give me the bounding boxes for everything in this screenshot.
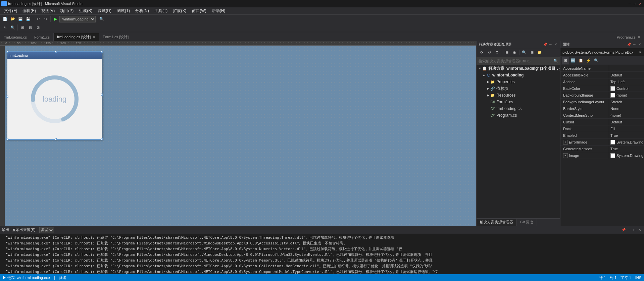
start-debug-btn[interactable]: ▶ (52, 15, 59, 23)
props-object-selector[interactable]: picBox System.Windows.Forms.PictureBox ▼ (560, 48, 644, 56)
props-row-image[interactable]: + Image System.Drawing.Bitmap (560, 152, 644, 159)
menu-edit[interactable]: 编辑(E) (20, 7, 39, 14)
resize-handle-se[interactable] (101, 138, 103, 140)
close-btn[interactable]: ✕ (638, 1, 643, 6)
props-row-generatemember[interactable]: GenerateMember True (560, 146, 644, 152)
output-pin-btn[interactable]: 📌 (621, 228, 626, 232)
props-alpha-btn[interactable]: 🔤 (569, 57, 577, 64)
resize-handle-nw[interactable] (6, 51, 8, 53)
resize-handle-top[interactable] (55, 51, 57, 53)
tree-solution[interactable]: ▼ 📋 解决方案 'winformLoading' (1个项目，共1个) (477, 65, 560, 72)
tree-arrow-solution[interactable]: ▼ (478, 66, 482, 70)
save-btn[interactable]: 💾 (17, 15, 24, 23)
tab-form1-cs[interactable]: Form1.cs (31, 33, 53, 41)
tree-project[interactable]: ▲ ⬡ winformLoading (477, 72, 560, 78)
debug-target-select[interactable]: winformLoading (59, 16, 96, 22)
menu-tools[interactable]: 工具(T) (152, 7, 170, 14)
refresh-btn[interactable]: ↺ (486, 49, 493, 56)
search-btn[interactable]: 🔍 (98, 15, 105, 23)
open-btn[interactable]: 📂 (9, 15, 16, 23)
maximize-btn[interactable]: □ (633, 1, 637, 6)
minimize-btn[interactable]: ─ (627, 1, 632, 6)
redo-btn[interactable]: ↪ (42, 15, 49, 23)
tab-close-icon[interactable]: ✕ (93, 35, 95, 39)
output-source-select[interactable]: 调试 (39, 227, 54, 233)
expand-image[interactable]: + (563, 153, 568, 158)
new-project-btn[interactable]: 📄 (1, 15, 9, 23)
tree-dependencies[interactable]: ▶ 🔗 依赖项 (477, 85, 560, 92)
props-pin-btn[interactable]: 📌 (627, 42, 631, 47)
filter-btn[interactable]: 🔍 (521, 49, 528, 56)
tree-arrow-deps[interactable]: ▶ (486, 87, 490, 91)
open-folder-btn[interactable]: 📁 (536, 49, 543, 56)
props-btn-toolbar[interactable]: ⊞ (528, 49, 536, 56)
menu-extensions[interactable]: 扩展(X) (170, 7, 189, 14)
tree-arrow-resources[interactable]: ▶ (486, 93, 490, 97)
props-row-errorimage[interactable]: + ErrorImage System.Drawing.Bitmap (560, 139, 644, 146)
output-maximize-btn[interactable]: □ (632, 228, 637, 232)
tab-close-program[interactable]: ✕ (638, 35, 640, 39)
props-show-events-btn[interactable]: ⚡ (585, 57, 592, 64)
menu-view[interactable]: 视图(V) (39, 7, 57, 14)
tree-resources[interactable]: ▶ 📁 Resources (477, 92, 560, 99)
tree-program[interactable]: ▶ C# Program.cs (477, 112, 560, 119)
resize-handle-ne[interactable] (101, 51, 103, 53)
tree-arrow-project[interactable]: ▲ (482, 73, 486, 77)
menu-help[interactable]: 帮助(H) (209, 7, 228, 14)
tree-arrow-props[interactable]: ▶ (486, 80, 490, 84)
props-row-borderstyle[interactable]: BorderStyle None (560, 105, 644, 112)
tab-form1-design[interactable]: Form1.cs [设计] (99, 33, 132, 41)
pointer-btn[interactable]: ↖ (1, 24, 9, 31)
solution-search-input[interactable] (479, 59, 553, 63)
output-min-btn[interactable]: ─ (627, 228, 631, 232)
resize-handle-sw[interactable] (6, 138, 8, 140)
props-row-backgroundimage[interactable]: BackgroundImage (none) (560, 92, 644, 99)
resize-handle-right[interactable] (101, 94, 103, 96)
props-show-props-btn[interactable]: 📋 (577, 57, 585, 64)
align-btn[interactable]: ⊞ (19, 24, 26, 31)
menu-window[interactable]: 窗口(W) (189, 7, 209, 14)
props-search-btn[interactable]: 🔍 (593, 57, 600, 64)
show-all-btn[interactable]: ◉ (511, 49, 518, 56)
menu-project[interactable]: 项目(P) (57, 7, 76, 14)
props-row-enabled[interactable]: Enabled True (560, 132, 644, 139)
design-surface[interactable]: 0 50 100 150 200 250 frmLoading (0, 41, 476, 226)
collapse-btn[interactable]: ⊟ (503, 49, 510, 56)
props-row-dock[interactable]: Dock Fill (560, 125, 644, 132)
form-canvas[interactable]: frmLoading loading (7, 51, 102, 140)
zoom-btn[interactable]: 🔍 (9, 24, 16, 31)
sol-settings-btn[interactable]: ⚙ (493, 49, 501, 56)
sol-tab-git[interactable]: Git 更改 (517, 219, 537, 226)
pin-btn[interactable]: 📌 (543, 42, 547, 47)
undo-btn[interactable]: ↩ (34, 15, 42, 23)
props-close-btn[interactable]: ✕ (637, 42, 642, 47)
snap-btn[interactable]: ⊠ (34, 24, 42, 31)
sol-close-btn[interactable]: ✕ (553, 42, 558, 47)
menu-test[interactable]: 测试(T) (114, 7, 133, 14)
resize-handle-left[interactable] (6, 96, 8, 98)
sol-tab-explorer[interactable]: 解决方案资源管理器 (477, 219, 517, 226)
expand-errorimage[interactable]: + (563, 140, 568, 145)
grid-btn[interactable]: ⊟ (27, 24, 34, 31)
props-row-accessible-name[interactable]: AccessibleName (560, 65, 644, 72)
tree-properties[interactable]: ▶ 📁 Properties (477, 78, 560, 85)
tab-program-cs[interactable]: Program.cs ✕ (613, 33, 644, 41)
tree-form1[interactable]: ▶ C# Form1.cs (477, 99, 560, 105)
props-dropdown-icon[interactable]: ▼ (638, 50, 642, 54)
sol-minimize-btn[interactable]: ─ (548, 42, 553, 47)
props-min-btn[interactable]: ─ (632, 42, 637, 47)
menu-debug[interactable]: 调试(D) (95, 7, 114, 14)
props-row-cursor[interactable]: Cursor Default (560, 119, 644, 125)
tab-frmloading-design[interactable]: frmLoading.cs [设计] ✕ (53, 33, 99, 41)
sync-btn[interactable]: ⟳ (478, 49, 485, 56)
props-categorized-btn[interactable]: ⊞ (562, 57, 569, 64)
props-row-bgimagelayout[interactable]: BackgroundImageLayout Stretch (560, 99, 644, 105)
tree-frmloading[interactable]: ▶ C# frmLoading.cs (477, 105, 560, 112)
menu-build[interactable]: 生成(B) (76, 7, 95, 14)
props-row-backcolor[interactable]: BackColor Control (560, 85, 644, 92)
tab-frmloading-cs[interactable]: frmLoading.cs (0, 33, 31, 41)
props-row-contextmenu[interactable]: ContextMenuStrip (none) (560, 112, 644, 119)
menu-file[interactable]: 文件(F) (1, 7, 20, 14)
menu-analyze[interactable]: 分析(N) (133, 7, 152, 14)
props-row-anchor[interactable]: Anchor Top, Left (560, 78, 644, 85)
